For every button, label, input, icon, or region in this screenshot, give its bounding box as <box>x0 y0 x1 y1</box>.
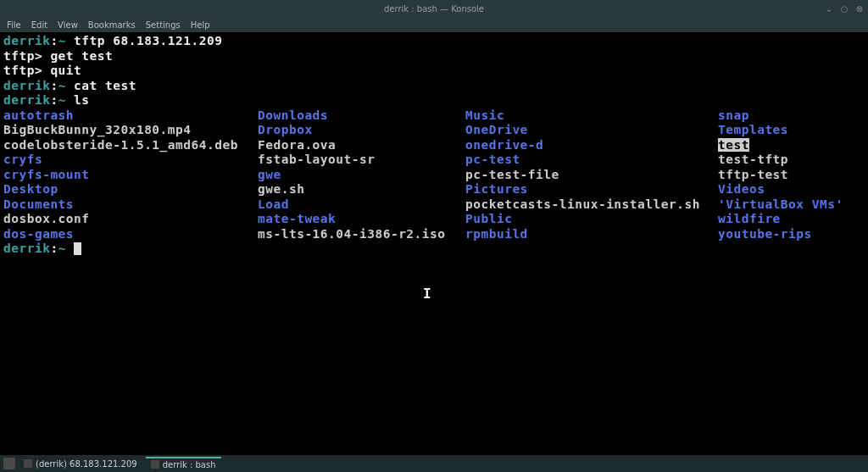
tftp-prompt: tftp> <box>3 64 42 77</box>
prompt-path: ~ <box>58 242 66 255</box>
window-title: derrik : bash — Konsole <box>384 4 484 14</box>
prompt-host: derrik <box>3 34 50 47</box>
ls-entry-file: codelobsteride-1.5.1_amd64.deb <box>3 138 258 153</box>
ls-entry-dir: mate-tweak <box>258 212 465 227</box>
cursor-block <box>74 242 81 255</box>
command-text: quit <box>50 64 81 77</box>
terminal-line: derrik:~ <box>3 242 865 257</box>
ls-entry-dir: gwe <box>258 168 465 183</box>
ls-entry-file: dosbox.conf <box>3 212 258 227</box>
prompt-sep: : <box>50 93 58 107</box>
prompt-path: ~ <box>58 93 66 107</box>
prompt-host: derrik <box>3 242 50 255</box>
ls-entry-dir: snap <box>718 108 854 124</box>
ls-entry-dir: Documents <box>3 197 258 213</box>
ls-entry-dir: dos-games <box>3 227 258 242</box>
menu-view[interactable]: View <box>58 20 78 30</box>
ls-column: Downloads Dropbox Fedora.ova fstab-layou… <box>258 108 465 242</box>
taskbar-item-label: derrik : bash <box>163 460 216 469</box>
window-titlebar: derrik : bash — Konsole ⌄ ○ ⊗ <box>0 0 868 17</box>
terminal-line: tftp> quit <box>3 64 865 79</box>
prompt-host: derrik <box>3 79 50 92</box>
ls-entry-dir: wildfire <box>718 212 854 227</box>
prompt-path: ~ <box>58 79 66 92</box>
terminal-icon <box>151 460 159 469</box>
text-cursor-icon: I <box>423 286 431 302</box>
tftp-prompt: tftp> <box>3 49 42 63</box>
ls-column: autotrash BigBuckBunny_320x180.mp4 codel… <box>3 108 258 242</box>
prompt-path: ~ <box>58 34 66 47</box>
taskbar-item-label: (derrik) 68.183.121.209 <box>36 459 137 469</box>
menu-help[interactable]: Help <box>191 20 210 30</box>
ls-entry-dir: Dropbox <box>258 123 465 138</box>
ls-entry-dir: youtube-rips <box>718 227 854 242</box>
ls-entry-dir: pc-test <box>465 153 718 168</box>
ls-entry-dir: Desktop <box>3 182 258 197</box>
ls-entry-file: BigBuckBunny_320x180.mp4 <box>3 123 258 138</box>
prompt-sep: : <box>50 242 58 255</box>
ls-entry-file: test-tftp <box>718 153 854 168</box>
ls-entry-dir: Videos <box>718 182 854 197</box>
prompt-sep: : <box>50 34 58 47</box>
command-text: get test <box>50 49 113 63</box>
taskbar: (derrik) 68.183.121.209 derrik : bash <box>0 455 868 472</box>
prompt-sep: : <box>50 79 58 92</box>
ls-entry-file: fstab-layout-sr <box>258 153 465 168</box>
menu-bookmarks[interactable]: Bookmarks <box>88 20 136 30</box>
taskbar-item-active[interactable]: derrik : bash <box>146 457 221 471</box>
terminal-icon <box>24 459 32 468</box>
terminal-area[interactable]: derrik:~ tftp 68.183.121.209 tftp> get t… <box>0 32 868 455</box>
terminal-line: tftp> get test <box>3 49 865 64</box>
ls-entry-dir: Pictures <box>465 182 718 197</box>
ls-entry-highlight: test <box>718 138 749 152</box>
ls-column: Music OneDrive onedrive-d pc-test pc-tes… <box>465 108 718 242</box>
app-launcher-icon[interactable] <box>3 458 15 469</box>
ls-entry-dir: OneDrive <box>465 123 718 138</box>
minimize-icon[interactable]: ⌄ <box>824 3 834 14</box>
ls-column: snap Templates test test-tftp tftp-test … <box>718 108 854 242</box>
ls-entry-dir: Templates <box>718 123 854 138</box>
prompt-host: derrik <box>3 93 50 107</box>
terminal-line: derrik:~ tftp 68.183.121.209 <box>3 34 865 49</box>
ls-entry-dir: cryfs-mount <box>3 168 258 183</box>
ls-entry-file: Fedora.ova <box>258 138 465 153</box>
ls-entry-file: pocketcasts-linux-installer.sh <box>465 197 718 213</box>
ls-entry-dir: Public <box>465 212 718 227</box>
ls-output: autotrash BigBuckBunny_320x180.mp4 codel… <box>3 108 865 242</box>
ls-entry-file: ms-lts-16.04-i386-r2.iso <box>258 227 465 242</box>
ls-entry-dir: autotrash <box>3 108 258 124</box>
taskbar-item[interactable]: (derrik) 68.183.121.209 <box>19 458 142 470</box>
ls-entry-dir: rpmbuild <box>465 227 718 242</box>
ls-entry-file: pc-test-file <box>465 168 718 183</box>
window-controls: ⌄ ○ ⊗ <box>824 3 865 14</box>
menubar: File Edit View Bookmarks Settings Help <box>0 17 868 32</box>
close-icon[interactable]: ⊗ <box>854 3 865 14</box>
menu-file[interactable]: File <box>7 20 21 30</box>
command-text: cat test <box>74 79 136 92</box>
menu-edit[interactable]: Edit <box>31 20 47 30</box>
maximize-icon[interactable]: ○ <box>839 3 849 14</box>
terminal-line: derrik:~ cat test <box>3 79 865 94</box>
ls-entry-dir: Music <box>465 108 718 124</box>
command-text: ls <box>74 93 89 107</box>
ls-entry-dir: 'VirtualBox VMs' <box>718 197 854 213</box>
ls-entry-dir: cryfs <box>3 153 258 168</box>
command-text: tftp 68.183.121.209 <box>74 34 222 47</box>
ls-entry-file: gwe.sh <box>258 182 465 197</box>
terminal-line: derrik:~ ls <box>3 93 865 108</box>
ls-entry-dir: Downloads <box>258 108 465 124</box>
ls-entry-file: tftp-test <box>718 168 854 183</box>
ls-entry-dir: Load <box>258 197 465 213</box>
menu-settings[interactable]: Settings <box>146 20 181 30</box>
ls-entry-dir: onedrive-d <box>465 138 718 153</box>
